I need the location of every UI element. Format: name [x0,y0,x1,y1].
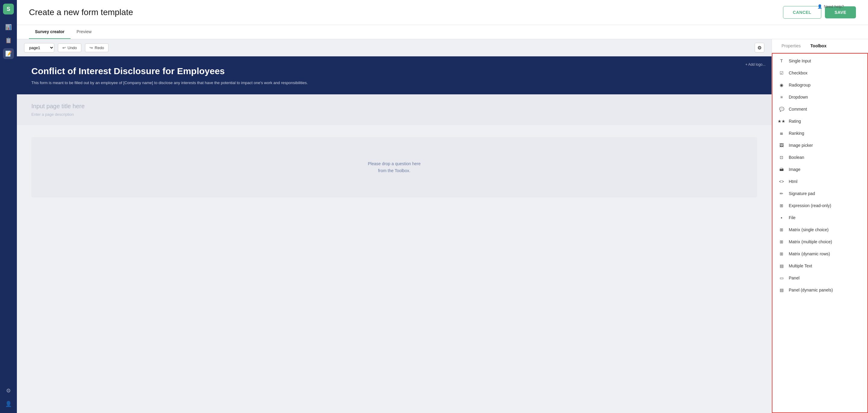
toolbox-label-multiple-text: Multiple Text [789,263,812,268]
toolbox-icon-ranking: ≣ [778,130,784,136]
toolbox-icon-dropdown: ≡ [778,94,784,100]
sidebar-icon-reports[interactable]: 📋 [3,35,14,46]
toolbox-icon-single-input: T [778,58,784,64]
toolbox-label-rating: Rating [789,119,801,124]
toolbox-item-comment[interactable]: 💬 Comment [772,103,867,115]
toolbox-item-file[interactable]: ▪ File [772,212,867,224]
toolbox-icon-matrix-multiple: ⊞ [778,239,784,245]
content-area: page1 ↩ Undo ↪ Redo ⚙ [17,39,868,413]
toolbox-icon-signature-pad: ✏ [778,190,784,197]
sidebar: S 📊 📋 📝 ⚙ 👤 [0,0,17,413]
toolbox-label-image: Image [789,167,801,172]
gear-icon: ⚙ [757,45,762,51]
toolbox-item-rating[interactable]: ★★ Rating [772,115,867,127]
sidebar-icon-forms[interactable]: 📝 [3,48,14,59]
toolbox-item-image[interactable]: 🏔 Image [772,164,867,175]
toolbox-item-checkbox[interactable]: ☑ Checkbox [772,67,867,79]
toolbox-item-radiogroup[interactable]: ◉ Radiogroup [772,79,867,91]
toolbox-item-signature-pad[interactable]: ✏ Signature pad [772,187,867,200]
tab-toolbox[interactable]: Toolbox [806,39,831,53]
toolbox-label-panel: Panel [789,275,800,281]
toolbox-list: T Single Input ☑ Checkbox ◉ Radiogroup ≡… [772,53,868,413]
toolbox-label-radiogroup: Radiogroup [789,83,810,87]
cancel-button[interactable]: CANCEL [783,6,821,19]
toolbox-label-dropdown: Dropdown [789,95,808,99]
toolbox-label-matrix-dynamic: Matrix (dynamic rows) [789,252,830,256]
panel-tabs: Properties Toolbox [772,39,868,53]
toolbox-icon-checkbox: ☑ [778,70,784,76]
help-icon: 👤 [817,4,822,9]
tab-properties[interactable]: Properties [777,39,806,53]
toolbox-icon-image-picker: 🖼 [778,142,784,148]
toolbox-icon-matrix-dynamic: ⊞ [778,251,784,257]
page-header: Create a new form template CANCEL SAVE [17,0,868,25]
toolbox-icon-html: <> [778,178,784,184]
toolbox-icon-file: ▪ [778,215,784,221]
toolbox-icon-rating: ★★ [778,118,784,124]
editor-toolbar: page1 ↩ Undo ↪ Redo ⚙ [17,39,772,56]
toolbox-icon-panel-dynamic: ▤ [778,287,784,293]
toolbox-label-file: File [789,215,796,220]
main-content: Create a new form template CANCEL SAVE S… [17,0,868,413]
toolbox-item-expression[interactable]: ⊞ Expression (read-only) [772,200,867,212]
toolbox-item-multiple-text[interactable]: ▤ Multiple Text [772,260,867,272]
drop-zone[interactable]: Please drop a question here from the Too… [31,137,757,198]
toolbox-item-image-picker[interactable]: 🖼 Image picker [772,139,867,151]
survey-header: Conflict of Interest Disclosure for Empl… [17,56,772,94]
page-title: Create a new form template [29,7,133,17]
toolbox-item-matrix-dynamic[interactable]: ⊞ Matrix (dynamic rows) [772,248,867,260]
toolbox-label-matrix-single: Matrix (single choice) [789,227,829,232]
toolbox-icon-expression: ⊞ [778,203,784,209]
tab-preview[interactable]: Preview [70,25,98,39]
toolbox-label-ranking: Ranking [789,131,804,136]
undo-icon: ↩ [62,46,66,50]
survey-title: Conflict of Interest Disclosure for Empl… [31,66,757,76]
undo-button[interactable]: ↩ Undo [58,43,82,52]
sidebar-icon-settings[interactable]: ⚙ [3,385,14,396]
toolbox-item-boolean[interactable]: ⊡ Boolean [772,151,867,164]
toolbox-icon-matrix-single: ⊞ [778,227,784,233]
main-tabs: Survey creator Preview [17,25,868,39]
sidebar-icon-user[interactable]: 👤 [3,399,14,409]
toolbox-label-checkbox: Checkbox [789,70,807,76]
toolbox-icon-multiple-text: ▤ [778,263,784,269]
tab-survey-creator[interactable]: Survey creator [29,25,70,39]
toolbox-icon-boolean: ⊡ [778,154,784,160]
drop-zone-text: Please drop a question here from the Too… [368,160,421,174]
toolbox-icon-radiogroup: ◉ [778,82,784,88]
toolbox-label-image-picker: Image picker [789,143,813,148]
toolbox-item-html[interactable]: <> Html [772,175,867,187]
sidebar-icon-dashboard[interactable]: 📊 [3,22,14,33]
toolbox-label-signature-pad: Signature pad [789,191,815,196]
right-panel: ↓ Properties Toolbox T Single Input ☑ Ch… [772,39,868,413]
survey-page-section: Input page title here Enter a page descr… [17,94,772,125]
toolbox-label-panel-dynamic: Panel (dynamic panels) [789,288,833,292]
page-title-input[interactable]: Input page title here [31,103,757,110]
survey-canvas[interactable]: Conflict of Interest Disclosure for Empl… [17,56,772,413]
toolbox-label-matrix-multiple: Matrix (multiple choice) [789,239,832,244]
toolbox-item-panel[interactable]: ▭ Panel [772,272,867,284]
toolbox-item-panel-dynamic[interactable]: ▤ Panel (dynamic panels) [772,284,867,296]
toolbox-label-single-input: Single Input [789,58,811,63]
settings-gear-button[interactable]: ⚙ [755,43,764,53]
page-desc-input[interactable]: Enter a page description [31,112,757,117]
toolbox-icon-image: 🏔 [778,167,784,172]
toolbox-label-expression: Expression (read-only) [789,203,831,208]
toolbox-item-dropdown[interactable]: ≡ Dropdown [772,91,867,103]
editor-area: page1 ↩ Undo ↪ Redo ⚙ [17,39,772,413]
toolbox-label-comment: Comment [789,107,807,112]
add-logo-button[interactable]: + Add logo... [745,62,766,67]
app-logo[interactable]: S [3,4,14,14]
redo-button[interactable]: ↪ Redo [85,43,108,52]
toolbox-label-html: Html [789,179,798,184]
toolbox-item-single-input[interactable]: T Single Input [772,55,867,67]
toolbox-icon-panel: ▭ [778,275,784,281]
redo-icon: ↪ [90,46,93,50]
page-selector[interactable]: page1 [24,43,54,53]
need-help[interactable]: 👤 Need help? [817,4,844,9]
toolbox-label-boolean: Boolean [789,155,804,160]
toolbox-item-matrix-single[interactable]: ⊞ Matrix (single choice) [772,224,867,236]
toolbox-item-matrix-multiple[interactable]: ⊞ Matrix (multiple choice) [772,236,867,248]
toolbox-item-ranking[interactable]: ≣ Ranking [772,127,867,139]
survey-subtitle: This form is meant to be filled out by a… [31,80,757,86]
